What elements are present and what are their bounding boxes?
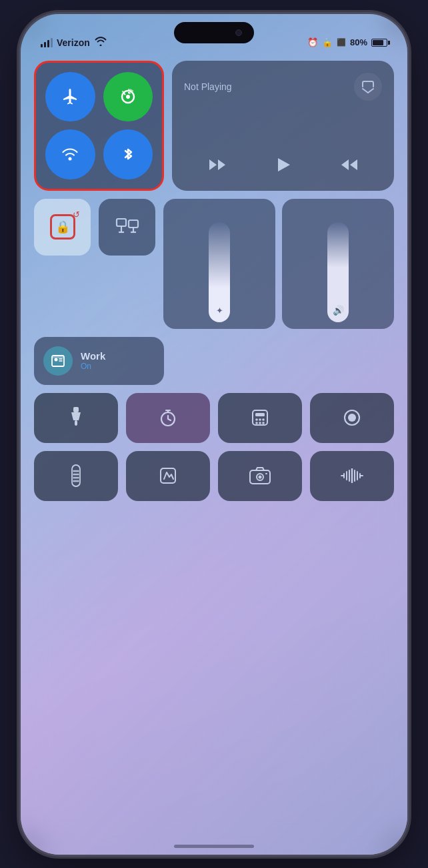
focus-panel[interactable]: Work On (34, 337, 164, 385)
cellular-button[interactable] (103, 72, 153, 122)
svg-point-33 (75, 477, 77, 479)
focus-text: Work On (81, 350, 105, 371)
status-left: Verizon (41, 37, 107, 48)
brightness-icon: ✦ (216, 306, 223, 316)
phone-frame: Verizon ⏰ 🔒 ⬛ 80% (21, 14, 407, 855)
top-row: Not Playing (34, 61, 394, 191)
focus-icon-circle (43, 346, 73, 376)
signal-bar-1 (41, 44, 43, 47)
svg-point-27 (75, 470, 77, 472)
svg-rect-16 (255, 413, 265, 416)
signal-bars (41, 38, 53, 47)
svg-point-35 (73, 480, 75, 482)
second-row: 🔒 ↺ (34, 199, 394, 329)
alarm-icon: ⏰ (307, 37, 318, 47)
svg-point-1 (126, 95, 130, 99)
screen-mirror-button[interactable] (99, 199, 155, 256)
focus-title: Work (81, 350, 105, 362)
svg-point-10 (55, 358, 58, 361)
media-controls (184, 155, 382, 179)
airplay-button[interactable] (354, 73, 382, 101)
svg-point-28 (77, 470, 79, 472)
timer-button[interactable] (126, 393, 210, 443)
home-indicator[interactable] (174, 845, 254, 848)
brightness-slider[interactable]: ✦ (163, 199, 275, 329)
svg-point-34 (77, 477, 79, 479)
lock-icon: 🔒 (55, 220, 70, 234)
svg-point-18 (259, 418, 261, 421)
svg-point-22 (262, 422, 265, 424)
play-button[interactable] (274, 155, 293, 179)
volume-slider[interactable]: 🔊 (282, 199, 394, 329)
focus-subtitle: On (81, 362, 105, 371)
camera-button[interactable] (218, 451, 302, 501)
svg-rect-42 (265, 473, 267, 474)
fast-forward-button[interactable] (340, 157, 359, 176)
front-camera (235, 29, 242, 36)
svg-point-37 (77, 480, 79, 482)
sound-recognition-button[interactable] (310, 451, 394, 501)
svg-point-30 (75, 474, 77, 476)
connectivity-panel (34, 61, 164, 191)
svg-rect-25 (72, 465, 80, 486)
battery-icon (371, 39, 387, 47)
screen-rotation-lock-button[interactable]: 🔒 ↺ (34, 199, 91, 256)
signal-bar-4 (51, 38, 53, 47)
svg-point-24 (348, 414, 356, 422)
apple-tv-remote-button[interactable] (34, 451, 118, 501)
control-center: Not Playing (34, 61, 394, 501)
svg-point-17 (255, 418, 258, 421)
wifi-status-icon (95, 37, 107, 48)
rewind-button[interactable] (208, 157, 227, 176)
bluetooth-button[interactable] (103, 129, 153, 179)
svg-point-29 (73, 474, 75, 476)
svg-point-2 (69, 157, 72, 161)
rotate-arrow-icon: ↺ (73, 209, 80, 220)
battery-fill (373, 40, 383, 45)
wifi-button[interactable] (45, 129, 95, 179)
bottom-grid-row1 (34, 393, 394, 443)
signal-bar-2 (44, 42, 46, 47)
svg-point-20 (255, 422, 258, 424)
signal-bar-3 (47, 40, 49, 47)
media-player-panel: Not Playing (172, 61, 394, 191)
screen-record-button[interactable] (310, 393, 394, 443)
svg-rect-3 (117, 219, 126, 226)
focus-row: Work On (34, 337, 394, 385)
carrier-label: Verizon (57, 37, 90, 48)
notch (174, 22, 254, 43)
calculator-button[interactable] (218, 393, 302, 443)
svg-rect-12 (73, 407, 79, 412)
svg-point-19 (262, 418, 265, 421)
svg-rect-13 (75, 420, 77, 426)
svg-point-32 (73, 477, 75, 479)
not-playing-label: Not Playing (184, 81, 347, 92)
flashlight-button[interactable] (34, 393, 118, 443)
airplane-mode-button[interactable] (45, 72, 95, 122)
svg-point-31 (77, 474, 79, 476)
orientation-lock-icon: 🔒 (322, 37, 333, 47)
svg-point-21 (259, 422, 261, 424)
svg-rect-11 (52, 356, 64, 358)
svg-point-36 (75, 480, 77, 482)
status-right: ⏰ 🔒 ⬛ 80% (307, 37, 387, 47)
svg-rect-4 (129, 220, 138, 228)
volume-icon: 🔊 (333, 305, 344, 316)
media-top: Not Playing (184, 73, 382, 101)
markup-button[interactable] (126, 451, 210, 501)
bottom-grid-row2 (34, 451, 394, 501)
screen-icon: ⬛ (337, 38, 346, 47)
battery-indicator (371, 39, 387, 47)
svg-point-41 (259, 476, 262, 479)
battery-percent: 80% (350, 37, 367, 47)
sliders-container: ✦ 🔊 (163, 199, 394, 329)
svg-point-26 (73, 470, 75, 472)
